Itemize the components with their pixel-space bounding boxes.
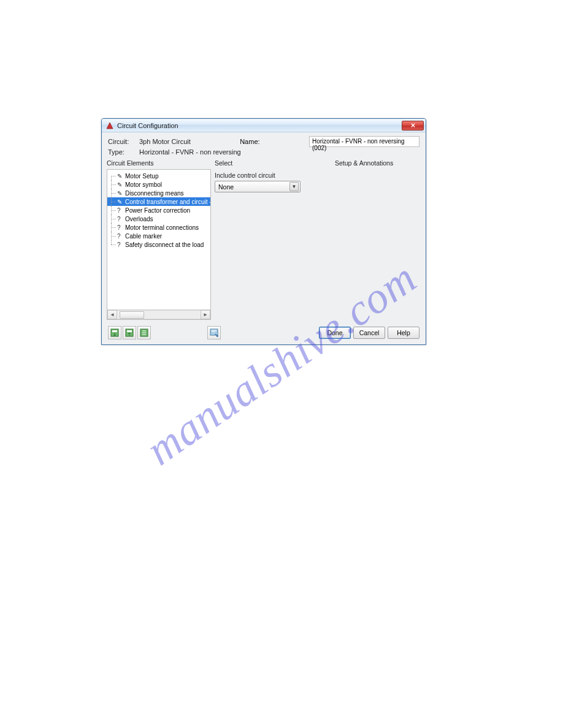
header-row-1: Circuit: 3ph Motor Circuit Name: Horizon…	[102, 132, 426, 148]
name-input[interactable]: Horizontal - FVNR - non reversing (002)	[309, 136, 419, 147]
tree-item-label: Safety disconnect at the load	[125, 241, 204, 248]
toolbar-icon-3[interactable]	[137, 326, 151, 339]
question-icon: ?	[117, 224, 123, 231]
tree-item[interactable]: ? Safety disconnect at the load	[107, 240, 210, 249]
svg-rect-2	[112, 330, 117, 332]
scroll-right-icon[interactable]: ►	[201, 310, 210, 319]
dropdown-value: None	[218, 183, 289, 191]
tree-item-label: Cable marker	[125, 233, 162, 240]
question-icon: ?	[117, 241, 123, 248]
horizontal-scrollbar[interactable]: ◄ ►	[107, 309, 210, 319]
tree-item-selected[interactable]: ✎ Control transformer and circuit - n	[107, 197, 210, 206]
tree-item[interactable]: ✎ Disconnecting means	[107, 189, 210, 197]
pencil-icon: ✎	[117, 173, 123, 180]
tree-item-label: Motor symbol	[125, 181, 162, 188]
include-control-circuit-dropdown[interactable]: None ▼	[215, 181, 301, 192]
tree-item-label: Power Factor correction	[125, 207, 190, 214]
circuit-elements-label: Circuit Elements	[107, 159, 211, 167]
tree-item[interactable]: ? Overloads	[107, 214, 210, 223]
scroll-thumb[interactable]	[120, 311, 144, 319]
scroll-left-icon[interactable]: ◄	[107, 310, 117, 319]
include-control-circuit-label: Include control circuit	[215, 172, 331, 179]
tree-item[interactable]: ✎ Motor Setup	[107, 172, 210, 180]
select-panel-label: Select	[215, 159, 331, 167]
annotations-panel-label: Setup & Annotations	[335, 159, 421, 167]
toolbar-icon-4[interactable]	[207, 326, 221, 339]
tree-item-label: Disconnecting means	[125, 190, 184, 197]
app-icon	[105, 121, 114, 130]
tree-item[interactable]: ? Motor terminal connections	[107, 223, 210, 232]
circuit-elements-tree: ✎ Motor Setup ✎ Motor symbol ✎ Disconnec…	[107, 169, 211, 320]
done-button[interactable]: Done	[319, 327, 351, 339]
pencil-icon: ✎	[117, 190, 123, 197]
header-row-2: Type: Horizontal - FVNR - non reversing	[102, 148, 426, 157]
question-icon: ?	[117, 233, 123, 240]
close-button[interactable]	[402, 121, 424, 131]
circuit-label: Circuit:	[108, 138, 136, 145]
svg-rect-4	[127, 330, 132, 332]
window-title: Circuit Configuration	[117, 122, 402, 129]
name-label: Name:	[240, 138, 259, 145]
tree-item-label: Overloads	[125, 216, 153, 222]
type-value: Horizontal - FVNR - non reversing	[139, 148, 241, 156]
scroll-track[interactable]	[117, 310, 201, 319]
circuit-value: 3ph Motor Circuit	[139, 138, 191, 145]
tree-item[interactable]: ? Power Factor correction	[107, 206, 210, 214]
toolbar-icon-1[interactable]	[108, 326, 121, 339]
question-icon: ?	[117, 207, 123, 214]
pencil-icon: ✎	[117, 181, 123, 188]
svg-marker-0	[107, 123, 113, 129]
tree-item-label: Motor terminal connections	[125, 224, 199, 231]
pencil-icon: ✎	[117, 199, 123, 205]
help-button[interactable]: Help	[388, 327, 419, 339]
toolbar-icon-2[interactable]	[123, 326, 136, 339]
tree-item-label: Control transformer and circuit - n	[125, 199, 210, 205]
titlebar: Circuit Configuration	[102, 119, 426, 132]
type-label: Type:	[108, 148, 136, 156]
tree-item[interactable]: ✎ Motor symbol	[107, 180, 210, 189]
circuit-configuration-dialog: Circuit Configuration Circuit: 3ph Motor…	[101, 118, 426, 345]
tree-item[interactable]: ? Cable marker	[107, 232, 210, 240]
tree-item-label: Motor Setup	[125, 173, 158, 180]
chevron-down-icon: ▼	[289, 182, 299, 191]
cancel-button[interactable]: Cancel	[353, 327, 385, 339]
question-icon: ?	[117, 216, 123, 222]
